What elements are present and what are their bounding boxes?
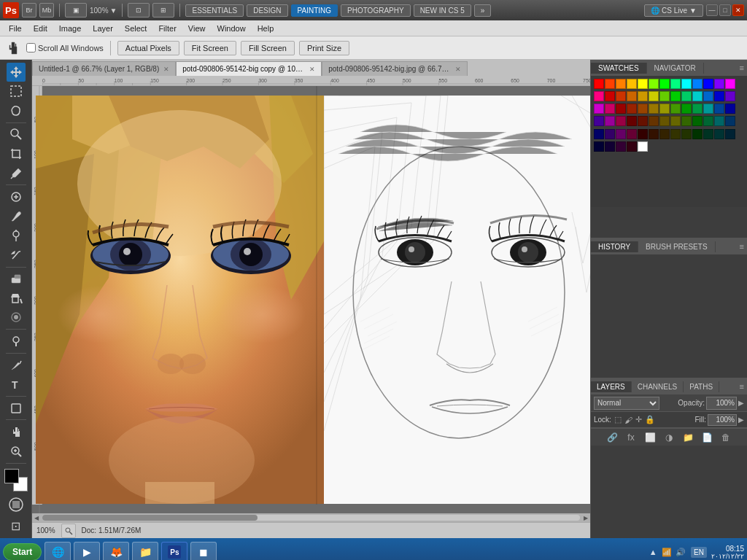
tab-potd-copy[interactable]: potd-090806-95142-big copy @ 100% (Layer…: [176, 61, 322, 76]
more-button[interactable]: »: [474, 4, 492, 17]
taskbar-ps[interactable]: Ps: [161, 542, 187, 560]
menu-filter[interactable]: Filter: [152, 23, 182, 34]
swatch-item[interactable]: [703, 104, 713, 114]
scroll-right-arrow[interactable]: ▶: [581, 513, 590, 522]
swatch-item[interactable]: [638, 116, 648, 126]
swatch-item[interactable]: [627, 116, 637, 126]
swatch-item[interactable]: [703, 79, 713, 89]
taskbar-app[interactable]: ◼: [190, 542, 217, 560]
close-button[interactable]: ✕: [732, 4, 744, 16]
swatch-item[interactable]: [659, 104, 670, 114]
newincs5-button[interactable]: NEW IN CS 5: [414, 4, 471, 17]
layers-expand-icon[interactable]: ≡: [740, 382, 744, 391]
swatch-item[interactable]: [714, 104, 724, 114]
swatch-item[interactable]: [616, 104, 626, 114]
h-scroll-thumb[interactable]: [42, 515, 258, 521]
add-mask-icon[interactable]: ⬜: [643, 430, 657, 445]
swatch-item[interactable]: [594, 91, 604, 101]
swatch-item[interactable]: [638, 104, 648, 114]
swatch-item[interactable]: [649, 129, 659, 139]
painting-button[interactable]: PAINTING: [291, 4, 338, 17]
hand-tool[interactable]: [7, 422, 26, 441]
swatch-item[interactable]: [594, 141, 604, 152]
dodge-tool[interactable]: [7, 332, 26, 351]
swatch-item[interactable]: [703, 129, 713, 139]
new-layer-icon[interactable]: 📄: [700, 430, 714, 445]
swatch-item[interactable]: [627, 104, 637, 114]
swatch-item[interactable]: [627, 141, 637, 152]
swatch-item[interactable]: [594, 116, 604, 126]
lock-paint-icon[interactable]: 🖌: [624, 416, 632, 424]
swatch-item[interactable]: [692, 116, 703, 126]
minimize-button[interactable]: —: [706, 4, 718, 16]
swatch-item[interactable]: [681, 79, 692, 89]
menu-view[interactable]: View: [182, 23, 212, 34]
paint-bucket-tool[interactable]: [7, 289, 26, 308]
fill-screen-button[interactable]: Fill Screen: [241, 41, 295, 55]
design-button[interactable]: DESIGN: [247, 4, 287, 17]
swatch-item[interactable]: [714, 79, 724, 89]
zoom-selector[interactable]: 100% ▼: [90, 7, 117, 15]
language-indicator[interactable]: EN: [691, 547, 707, 558]
swatch-item[interactable]: [605, 91, 615, 101]
color-swatch[interactable]: [4, 469, 28, 491]
swatch-item[interactable]: [725, 79, 735, 89]
swatch-item[interactable]: [681, 104, 692, 114]
swatch-item[interactable]: [616, 141, 626, 152]
h-scroll-track[interactable]: [42, 515, 580, 521]
swatch-item[interactable]: [605, 141, 615, 152]
maximize-button[interactable]: □: [719, 4, 731, 16]
pen-tool[interactable]: [7, 356, 26, 375]
menu-layer[interactable]: Layer: [87, 23, 119, 34]
swatch-item[interactable]: [692, 104, 703, 114]
link-layers-icon[interactable]: 🔗: [605, 430, 619, 445]
swatch-item[interactable]: [659, 91, 670, 101]
swatch-item[interactable]: [616, 129, 626, 139]
tab-untitled-close[interactable]: ✕: [163, 66, 169, 73]
new-group-icon[interactable]: 📁: [681, 430, 695, 445]
add-adjustment-icon[interactable]: ◑: [662, 430, 676, 445]
lock-position-icon[interactable]: ✛: [635, 415, 642, 424]
canvas-mode-button[interactable]: ▣: [65, 3, 87, 18]
swatch-item[interactable]: [638, 141, 648, 152]
minibr-button[interactable]: Mb: [39, 3, 54, 18]
swatch-item[interactable]: [670, 129, 681, 139]
swatch-item[interactable]: [627, 91, 637, 101]
swatch-item[interactable]: [627, 129, 637, 139]
zoom-tool[interactable]: [7, 442, 26, 461]
fill-arrow[interactable]: ▶: [738, 416, 744, 424]
blend-mode-select[interactable]: Normal: [594, 397, 659, 410]
swatch-item[interactable]: [605, 116, 615, 126]
shape-tool[interactable]: [7, 399, 26, 418]
history-tab[interactable]: HISTORY: [591, 241, 638, 252]
brush-tool[interactable]: [7, 207, 26, 226]
foreground-color[interactable]: [4, 469, 19, 483]
paths-tab[interactable]: PATHS: [684, 381, 719, 392]
swatch-item[interactable]: [725, 104, 735, 114]
navigator-tab[interactable]: NAVIGATOR: [647, 63, 704, 74]
add-style-icon[interactable]: fx: [624, 430, 638, 445]
menu-image[interactable]: Image: [53, 23, 88, 34]
swatch-item[interactable]: [714, 116, 724, 126]
history-brush-tool[interactable]: [7, 246, 26, 265]
lock-all-icon[interactable]: 🔒: [645, 415, 655, 424]
swatch-item[interactable]: [692, 91, 703, 101]
scroll-left-arrow[interactable]: ◀: [32, 513, 41, 522]
move-tool[interactable]: [7, 63, 26, 82]
print-size-button[interactable]: Print Size: [299, 41, 349, 55]
tab-potd-orig[interactable]: potd-090806-95142-big.jpg @ 66.7% (RGB/8…: [322, 61, 468, 76]
crop-tool[interactable]: [7, 144, 26, 163]
swatch-item[interactable]: [616, 91, 626, 101]
swatch-item[interactable]: [681, 116, 692, 126]
taskbar-firefox[interactable]: 🦊: [103, 542, 129, 560]
swatch-item[interactable]: [627, 79, 637, 89]
fit-screen-button[interactable]: Fit Screen: [184, 41, 236, 55]
swatch-item[interactable]: [714, 129, 724, 139]
taskbar-media[interactable]: ▶: [74, 542, 100, 560]
swatch-item[interactable]: [638, 129, 648, 139]
swatch-item[interactable]: [638, 79, 648, 89]
swatches-tab[interactable]: SWATCHES: [591, 63, 647, 74]
swatch-item[interactable]: [605, 79, 615, 89]
arrange-button[interactable]: ⊞: [152, 3, 174, 18]
opacity-arrow[interactable]: ▶: [738, 399, 744, 407]
